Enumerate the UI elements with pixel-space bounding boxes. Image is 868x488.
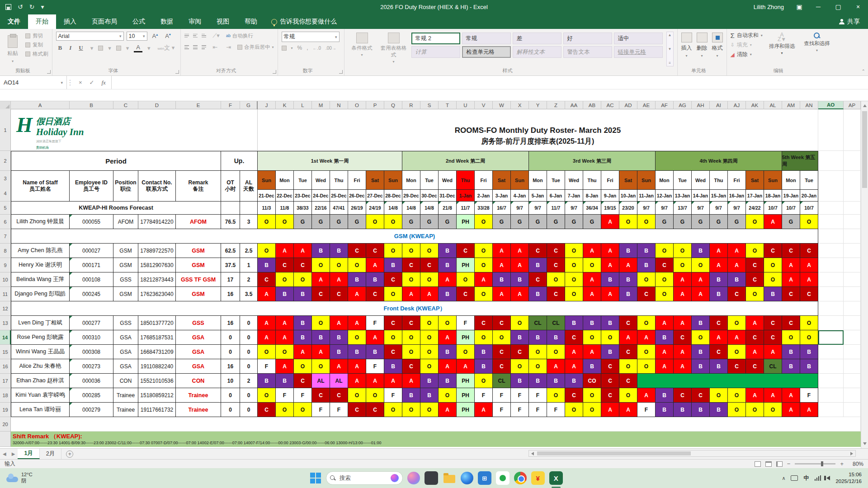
shift-cell[interactable]: B (656, 388, 674, 403)
cell-AO[interactable] (818, 202, 844, 215)
day-header-29[interactable]: Mon (782, 171, 800, 190)
shift-cell[interactable]: A (348, 287, 366, 301)
percent-icon[interactable]: % (297, 45, 302, 51)
format-painter-button[interactable]: 格式刷 (25, 51, 48, 57)
date-header-25-Dec[interactable]: 25-Dec (330, 190, 348, 202)
shift-cell[interactable]: A (276, 244, 294, 258)
staff-position[interactable]: GSM (113, 287, 138, 301)
staff-name[interactable]: Rose Peng 彭晓露 (11, 330, 70, 345)
edge-icon[interactable] (461, 472, 473, 484)
shift-cell[interactable]: C (384, 345, 402, 359)
collapse-ribbon-icon[interactable]: ⌃ (862, 69, 865, 74)
shift-cell[interactable]: A (674, 272, 692, 287)
header-contact[interactable]: Contact No.联系方式 (138, 171, 176, 202)
undo-icon[interactable]: ↺ (18, 3, 23, 10)
staff-id[interactable]: 000108 (70, 272, 113, 287)
shift-cell[interactable]: O (511, 359, 529, 374)
sheet-tab-2月[interactable]: 2月 (40, 449, 61, 459)
shift-cell[interactable]: O (565, 244, 583, 258)
staff-remark[interactable]: Trainee (176, 388, 221, 403)
shift-cell[interactable]: B (710, 403, 728, 417)
shift-cell[interactable]: B (258, 374, 276, 388)
shift-cell[interactable]: O (420, 345, 439, 359)
shift-cell[interactable]: C (312, 388, 330, 403)
shift-cell[interactable]: O (402, 403, 420, 417)
volume-icon[interactable] (826, 476, 830, 480)
forecast-3[interactable]: 22/16 (312, 202, 330, 215)
date-header-22-Dec[interactable]: 22-Dec (276, 190, 294, 202)
up-header[interactable]: Up. (221, 151, 258, 171)
column-header-S[interactable]: S (420, 101, 439, 109)
shift-cell[interactable]: B (800, 359, 818, 374)
shift-cell[interactable]: A (493, 244, 511, 258)
row-header-11[interactable]: 11 (0, 287, 11, 301)
staff-position[interactable]: GSS (113, 316, 138, 330)
shift-cell[interactable]: O (583, 330, 601, 345)
cell-AP[interactable] (844, 171, 861, 202)
shift-cell[interactable]: C (330, 287, 348, 301)
shift-cell[interactable]: O (276, 403, 294, 417)
cut-button[interactable]: 剪切 (25, 33, 48, 39)
cell-AO[interactable] (818, 359, 844, 374)
cell-AP[interactable] (844, 403, 861, 417)
shift-cell[interactable]: CL (764, 359, 782, 374)
increase-decimal-icon[interactable]: ←.0 (313, 46, 321, 51)
staff-name[interactable]: Lilith Zhong 钟晨晨 (11, 215, 70, 229)
day-header-21[interactable]: Sun (637, 171, 656, 190)
shift-cell[interactable]: B (619, 244, 637, 258)
staff-ot[interactable]: 10 (221, 374, 240, 388)
shift-cell[interactable]: B (656, 330, 674, 345)
shift-cell[interactable]: O (637, 272, 656, 287)
shift-cell[interactable]: B (692, 403, 710, 417)
shift-cell[interactable]: G (420, 215, 439, 229)
shift-cell[interactable]: B (529, 330, 547, 345)
shift-cell[interactable]: O (475, 330, 493, 345)
cell-AO[interactable] (818, 215, 844, 229)
file-explorer-icon[interactable] (443, 471, 456, 485)
shift-cell[interactable]: A (601, 287, 619, 301)
staff-ot[interactable]: 0 (221, 345, 240, 359)
shift-cell[interactable]: O (511, 316, 529, 330)
shift-cell[interactable]: A (366, 258, 384, 272)
staff-ot[interactable]: 76.5 (221, 215, 240, 229)
date-header-27-Dec[interactable]: 27-Dec (366, 190, 384, 202)
format-cells-button[interactable]: 格式▾ (712, 32, 723, 66)
shift-cell[interactable]: B (330, 345, 348, 359)
italic-button[interactable]: I (67, 44, 74, 52)
orientation-icon[interactable]: ⟋▾ (210, 32, 222, 40)
network-icon[interactable] (815, 475, 821, 481)
shift-cell[interactable]: O (547, 345, 565, 359)
shift-cell[interactable]: F (457, 316, 475, 330)
staff-id[interactable]: 000245 (70, 287, 113, 301)
underline-dropdown-icon[interactable]: ▾ (88, 44, 96, 52)
column-header-AI[interactable]: AI (710, 101, 728, 109)
shift-cell[interactable]: B (710, 359, 728, 374)
row-header-15[interactable]: 15 (0, 345, 11, 359)
week-band-1[interactable]: 1st Week 第一周 (258, 151, 402, 171)
date-header-6-Jan[interactable]: 6-Jan (547, 190, 565, 202)
shift-cell[interactable]: B (800, 345, 818, 359)
shift-cell[interactable]: B (565, 374, 583, 388)
start-button[interactable] (310, 472, 321, 484)
staff-contact[interactable]: 15812907630 (138, 258, 176, 272)
shift-cell[interactable]: A (601, 258, 619, 272)
shift-cell[interactable]: B (637, 258, 656, 272)
staff-contact[interactable]: 17623623040 (138, 287, 176, 301)
staff-ot[interactable]: 16 (221, 316, 240, 330)
cell-style-适中[interactable]: 适中 (614, 33, 663, 44)
sheet-nav-left-icon[interactable]: ◀ (0, 451, 9, 456)
date-header-13-Jan[interactable]: 13-Jan (674, 190, 692, 202)
shift-cell[interactable]: O (674, 244, 692, 258)
shift-cell[interactable]: O (565, 287, 583, 301)
shift-cell[interactable]: B (583, 316, 601, 330)
shift-cell[interactable]: C (529, 244, 547, 258)
staff-remark[interactable]: GSS (176, 316, 221, 330)
align-right-icon[interactable] (202, 45, 206, 49)
shift-cell[interactable]: O (746, 244, 764, 258)
shift-cell[interactable]: O (276, 215, 294, 229)
forecast-15[interactable]: 9/7 (529, 202, 547, 215)
shift-cell[interactable]: A (601, 244, 619, 258)
shift-cell[interactable]: A (312, 345, 330, 359)
shift-cell[interactable]: C (384, 316, 402, 330)
shift-cell[interactable]: O (565, 272, 583, 287)
